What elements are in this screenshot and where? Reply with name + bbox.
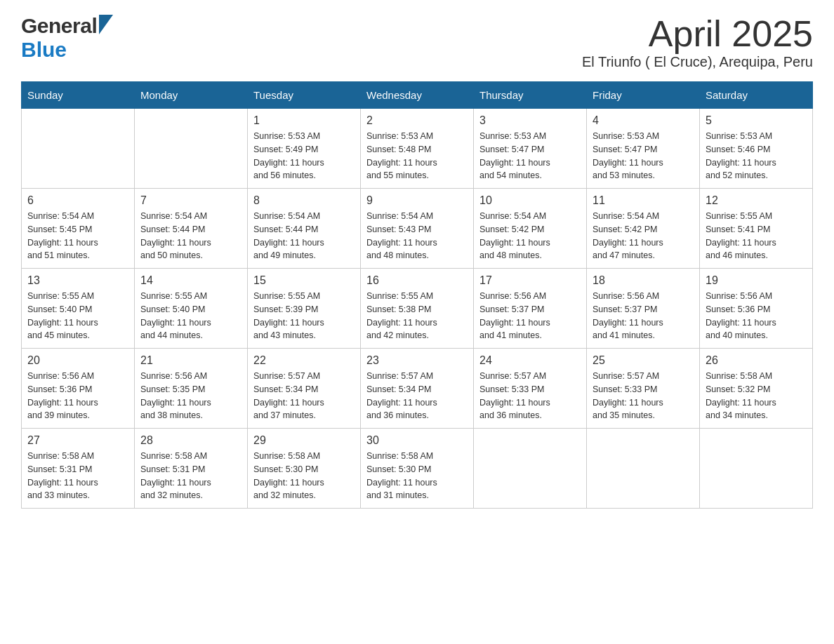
day-info: Sunrise: 5:54 AMSunset: 5:42 PMDaylight:… [479, 210, 581, 262]
calendar-cell: 13Sunrise: 5:55 AMSunset: 5:40 PMDayligh… [22, 269, 135, 349]
day-info: Sunrise: 5:56 AMSunset: 5:37 PMDaylight:… [479, 290, 581, 342]
day-info: Sunrise: 5:53 AMSunset: 5:48 PMDaylight:… [366, 130, 468, 182]
day-number: 3 [479, 114, 581, 127]
day-number: 25 [593, 354, 694, 367]
calendar-cell: 22Sunrise: 5:57 AMSunset: 5:34 PMDayligh… [248, 349, 361, 429]
day-info: Sunrise: 5:57 AMSunset: 5:33 PMDaylight:… [479, 370, 581, 422]
day-info: Sunrise: 5:57 AMSunset: 5:34 PMDaylight:… [253, 370, 355, 422]
day-number: 6 [27, 194, 128, 207]
page-title: April 2025 [582, 14, 813, 54]
calendar-week-row: 20Sunrise: 5:56 AMSunset: 5:36 PMDayligh… [22, 349, 813, 429]
calendar-week-row: 1Sunrise: 5:53 AMSunset: 5:49 PMDaylight… [22, 109, 813, 189]
day-info: Sunrise: 5:58 AMSunset: 5:30 PMDaylight:… [366, 450, 468, 502]
day-info: Sunrise: 5:56 AMSunset: 5:36 PMDaylight:… [27, 370, 128, 422]
day-number: 26 [706, 354, 807, 367]
day-number: 11 [593, 194, 694, 207]
day-of-week-header: Tuesday [248, 82, 361, 109]
day-info: Sunrise: 5:58 AMSunset: 5:32 PMDaylight:… [706, 370, 807, 422]
day-info: Sunrise: 5:58 AMSunset: 5:31 PMDaylight:… [27, 450, 128, 502]
day-info: Sunrise: 5:56 AMSunset: 5:36 PMDaylight:… [706, 290, 807, 342]
day-number: 14 [140, 274, 241, 287]
day-number: 16 [366, 274, 468, 287]
calendar-cell: 2Sunrise: 5:53 AMSunset: 5:48 PMDaylight… [361, 109, 474, 189]
day-info: Sunrise: 5:56 AMSunset: 5:35 PMDaylight:… [140, 370, 241, 422]
page-subtitle: El Triunfo ( El Cruce), Arequipa, Peru [582, 54, 813, 70]
calendar-cell: 8Sunrise: 5:54 AMSunset: 5:44 PMDaylight… [248, 189, 361, 269]
day-number: 13 [27, 274, 128, 287]
day-info: Sunrise: 5:58 AMSunset: 5:30 PMDaylight:… [253, 450, 355, 502]
day-info: Sunrise: 5:54 AMSunset: 5:45 PMDaylight:… [27, 210, 128, 262]
logo-triangle-icon [99, 15, 113, 34]
calendar-cell: 24Sunrise: 5:57 AMSunset: 5:33 PMDayligh… [474, 349, 587, 429]
calendar-cell: 15Sunrise: 5:55 AMSunset: 5:39 PMDayligh… [248, 269, 361, 349]
day-number: 10 [479, 194, 581, 207]
day-info: Sunrise: 5:54 AMSunset: 5:43 PMDaylight:… [366, 210, 468, 262]
calendar-cell: 19Sunrise: 5:56 AMSunset: 5:36 PMDayligh… [700, 269, 813, 349]
logo-general-text: General [21, 14, 97, 38]
day-info: Sunrise: 5:54 AMSunset: 5:44 PMDaylight:… [253, 210, 355, 262]
calendar-cell [22, 109, 135, 189]
logo: General Blue [21, 14, 113, 62]
calendar-cell: 1Sunrise: 5:53 AMSunset: 5:49 PMDaylight… [248, 109, 361, 189]
calendar-cell: 25Sunrise: 5:57 AMSunset: 5:33 PMDayligh… [587, 349, 700, 429]
calendar-cell: 11Sunrise: 5:54 AMSunset: 5:42 PMDayligh… [587, 189, 700, 269]
logo-blue-text: Blue [21, 38, 67, 61]
calendar-cell: 20Sunrise: 5:56 AMSunset: 5:36 PMDayligh… [22, 349, 135, 429]
day-number: 9 [366, 194, 468, 207]
calendar-cell: 14Sunrise: 5:55 AMSunset: 5:40 PMDayligh… [135, 269, 248, 349]
calendar-cell: 18Sunrise: 5:56 AMSunset: 5:37 PMDayligh… [587, 269, 700, 349]
calendar-cell [135, 109, 248, 189]
day-info: Sunrise: 5:55 AMSunset: 5:41 PMDaylight:… [706, 210, 807, 262]
day-of-week-header: Saturday [700, 82, 813, 109]
day-info: Sunrise: 5:54 AMSunset: 5:42 PMDaylight:… [593, 210, 694, 262]
day-info: Sunrise: 5:55 AMSunset: 5:40 PMDaylight:… [27, 290, 128, 342]
day-of-week-header: Wednesday [361, 82, 474, 109]
calendar-cell: 7Sunrise: 5:54 AMSunset: 5:44 PMDaylight… [135, 189, 248, 269]
day-of-week-header: Friday [587, 82, 700, 109]
calendar-week-row: 27Sunrise: 5:58 AMSunset: 5:31 PMDayligh… [22, 429, 813, 509]
day-number: 1 [253, 114, 355, 127]
day-info: Sunrise: 5:54 AMSunset: 5:44 PMDaylight:… [140, 210, 241, 262]
day-number: 15 [253, 274, 355, 287]
calendar-cell: 6Sunrise: 5:54 AMSunset: 5:45 PMDaylight… [22, 189, 135, 269]
day-info: Sunrise: 5:53 AMSunset: 5:49 PMDaylight:… [253, 130, 355, 182]
day-number: 28 [140, 434, 241, 447]
svg-marker-0 [99, 15, 113, 34]
day-number: 18 [593, 274, 694, 287]
calendar-cell [474, 429, 587, 509]
day-number: 21 [140, 354, 241, 367]
day-info: Sunrise: 5:55 AMSunset: 5:38 PMDaylight:… [366, 290, 468, 342]
calendar-cell [587, 429, 700, 509]
calendar-cell: 29Sunrise: 5:58 AMSunset: 5:30 PMDayligh… [248, 429, 361, 509]
day-number: 23 [366, 354, 468, 367]
day-of-week-header: Monday [135, 82, 248, 109]
day-info: Sunrise: 5:53 AMSunset: 5:47 PMDaylight:… [593, 130, 694, 182]
day-info: Sunrise: 5:53 AMSunset: 5:47 PMDaylight:… [479, 130, 581, 182]
calendar-cell [700, 429, 813, 509]
calendar-cell: 4Sunrise: 5:53 AMSunset: 5:47 PMDaylight… [587, 109, 700, 189]
calendar-cell: 3Sunrise: 5:53 AMSunset: 5:47 PMDaylight… [474, 109, 587, 189]
day-number: 20 [27, 354, 128, 367]
calendar-cell: 16Sunrise: 5:55 AMSunset: 5:38 PMDayligh… [361, 269, 474, 349]
title-block: April 2025 El Triunfo ( El Cruce), Arequ… [582, 14, 813, 70]
calendar-cell: 12Sunrise: 5:55 AMSunset: 5:41 PMDayligh… [700, 189, 813, 269]
day-number: 4 [593, 114, 694, 127]
day-number: 19 [706, 274, 807, 287]
day-info: Sunrise: 5:56 AMSunset: 5:37 PMDaylight:… [593, 290, 694, 342]
calendar-cell: 21Sunrise: 5:56 AMSunset: 5:35 PMDayligh… [135, 349, 248, 429]
day-number: 22 [253, 354, 355, 367]
day-number: 12 [706, 194, 807, 207]
day-number: 30 [366, 434, 468, 447]
day-info: Sunrise: 5:58 AMSunset: 5:31 PMDaylight:… [140, 450, 241, 502]
calendar-cell: 26Sunrise: 5:58 AMSunset: 5:32 PMDayligh… [700, 349, 813, 429]
page-header: General Blue April 2025 El Triunfo ( El … [21, 14, 813, 70]
day-number: 5 [706, 114, 807, 127]
day-number: 7 [140, 194, 241, 207]
day-info: Sunrise: 5:53 AMSunset: 5:46 PMDaylight:… [706, 130, 807, 182]
calendar-table: SundayMondayTuesdayWednesdayThursdayFrid… [21, 81, 813, 509]
day-number: 17 [479, 274, 581, 287]
day-number: 27 [27, 434, 128, 447]
day-info: Sunrise: 5:57 AMSunset: 5:34 PMDaylight:… [366, 370, 468, 422]
calendar-week-row: 13Sunrise: 5:55 AMSunset: 5:40 PMDayligh… [22, 269, 813, 349]
day-number: 8 [253, 194, 355, 207]
